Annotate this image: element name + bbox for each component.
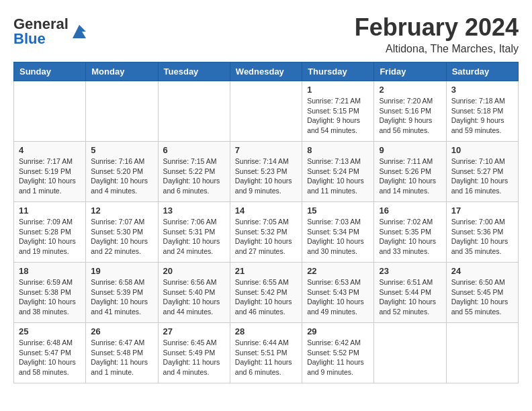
calendar-week-row: 11Sunrise: 7:09 AM Sunset: 5:28 PM Dayli… [14,202,519,263]
calendar-day-cell: 22Sunrise: 6:53 AM Sunset: 5:43 PM Dayli… [302,263,374,323]
title-section: February 2024 Altidona, The Marches, Ita… [355,13,519,55]
calendar-day-cell: 27Sunrise: 6:45 AM Sunset: 5:49 PM Dayli… [158,323,230,383]
day-number: 18 [19,266,81,276]
calendar-day-cell: 6Sunrise: 7:15 AM Sunset: 5:22 PM Daylig… [158,142,230,202]
day-number: 2 [379,85,441,95]
calendar-week-row: 1Sunrise: 7:21 AM Sunset: 5:15 PM Daylig… [14,81,519,142]
day-info: Sunrise: 7:14 AM Sunset: 5:23 PM Dayligh… [235,156,297,196]
day-info: Sunrise: 6:45 AM Sunset: 5:49 PM Dayligh… [163,338,225,377]
svg-marker-0 [73,25,86,38]
day-number: 29 [307,326,369,336]
day-number: 21 [235,266,297,276]
day-number: 15 [307,205,369,216]
day-info: Sunrise: 7:11 AM Sunset: 5:26 PM Dayligh… [379,156,441,196]
day-number: 11 [19,205,81,216]
day-number: 24 [451,266,513,276]
logo-icon [70,22,89,41]
day-number: 3 [451,85,513,95]
day-number: 6 [163,145,225,155]
calendar-day-cell: 21Sunrise: 6:55 AM Sunset: 5:42 PM Dayli… [230,263,302,323]
calendar-day-cell: 7Sunrise: 7:14 AM Sunset: 5:23 PM Daylig… [230,142,302,202]
page-header: General Blue February 2024 Altidona, The… [13,13,519,55]
logo: General Blue [13,17,89,46]
calendar-day-cell: 23Sunrise: 6:51 AM Sunset: 5:44 PM Dayli… [374,263,446,323]
day-info: Sunrise: 7:10 AM Sunset: 5:27 PM Dayligh… [451,156,513,196]
day-info: Sunrise: 6:47 AM Sunset: 5:48 PM Dayligh… [91,338,152,377]
calendar-day-cell [86,81,158,142]
day-number: 1 [307,85,369,95]
calendar-day-cell: 20Sunrise: 6:56 AM Sunset: 5:40 PM Dayli… [158,263,230,323]
day-info: Sunrise: 6:48 AM Sunset: 5:47 PM Dayligh… [19,338,81,377]
day-number: 22 [307,266,369,276]
day-info: Sunrise: 7:02 AM Sunset: 5:35 PM Dayligh… [379,217,441,257]
calendar-week-row: 4Sunrise: 7:17 AM Sunset: 5:19 PM Daylig… [14,142,519,202]
month-title: February 2024 [355,13,519,42]
calendar-table: SundayMondayTuesdayWednesdayThursdayFrid… [13,62,519,383]
day-number: 27 [163,326,225,336]
day-info: Sunrise: 6:50 AM Sunset: 5:45 PM Dayligh… [451,277,513,317]
location-title: Altidona, The Marches, Italy [355,43,519,55]
day-info: Sunrise: 6:53 AM Sunset: 5:43 PM Dayligh… [307,277,369,317]
day-number: 4 [19,145,81,155]
calendar-day-cell: 26Sunrise: 6:47 AM Sunset: 5:48 PM Dayli… [86,323,158,383]
day-info: Sunrise: 7:09 AM Sunset: 5:28 PM Dayligh… [19,217,81,257]
weekday-header: Wednesday [230,62,302,81]
day-info: Sunrise: 7:03 AM Sunset: 5:34 PM Dayligh… [307,217,369,257]
day-number: 14 [235,205,297,216]
calendar-day-cell: 14Sunrise: 7:05 AM Sunset: 5:32 PM Dayli… [230,202,302,263]
day-number: 23 [379,266,441,276]
weekday-header: Monday [86,62,158,81]
calendar-day-cell [14,81,86,142]
day-number: 7 [235,145,297,155]
day-info: Sunrise: 6:42 AM Sunset: 5:52 PM Dayligh… [307,338,369,377]
day-number: 5 [91,145,152,155]
weekday-header: Thursday [302,62,374,81]
calendar-day-cell [158,81,230,142]
logo-blue: Blue [13,32,69,46]
calendar-day-cell: 29Sunrise: 6:42 AM Sunset: 5:52 PM Dayli… [302,323,374,383]
calendar-day-cell: 3Sunrise: 7:18 AM Sunset: 5:18 PM Daylig… [446,81,518,142]
day-info: Sunrise: 7:18 AM Sunset: 5:18 PM Dayligh… [451,96,513,136]
day-number: 20 [163,266,225,276]
logo-text: General Blue [13,17,69,46]
calendar-day-cell [446,323,518,383]
calendar-day-cell: 1Sunrise: 7:21 AM Sunset: 5:15 PM Daylig… [302,81,374,142]
logo-general: General [13,17,69,32]
calendar-day-cell: 24Sunrise: 6:50 AM Sunset: 5:45 PM Dayli… [446,263,518,323]
day-number: 19 [91,266,152,276]
day-info: Sunrise: 6:55 AM Sunset: 5:42 PM Dayligh… [235,277,297,317]
calendar-day-cell: 8Sunrise: 7:13 AM Sunset: 5:24 PM Daylig… [302,142,374,202]
weekday-header: Friday [374,62,446,81]
day-info: Sunrise: 7:15 AM Sunset: 5:22 PM Dayligh… [163,156,225,196]
weekday-header: Saturday [446,62,518,81]
calendar-week-row: 25Sunrise: 6:48 AM Sunset: 5:47 PM Dayli… [14,323,519,383]
calendar-day-cell [374,323,446,383]
day-info: Sunrise: 6:44 AM Sunset: 5:51 PM Dayligh… [235,338,297,377]
day-info: Sunrise: 7:00 AM Sunset: 5:36 PM Dayligh… [451,217,513,257]
day-number: 16 [379,205,441,216]
weekday-header-row: SundayMondayTuesdayWednesdayThursdayFrid… [14,62,519,81]
calendar-day-cell: 13Sunrise: 7:06 AM Sunset: 5:31 PM Dayli… [158,202,230,263]
day-number: 8 [307,145,369,155]
calendar-day-cell: 11Sunrise: 7:09 AM Sunset: 5:28 PM Dayli… [14,202,86,263]
day-info: Sunrise: 7:06 AM Sunset: 5:31 PM Dayligh… [163,217,225,257]
calendar-day-cell: 10Sunrise: 7:10 AM Sunset: 5:27 PM Dayli… [446,142,518,202]
calendar-day-cell: 4Sunrise: 7:17 AM Sunset: 5:19 PM Daylig… [14,142,86,202]
calendar-day-cell: 2Sunrise: 7:20 AM Sunset: 5:16 PM Daylig… [374,81,446,142]
day-info: Sunrise: 7:07 AM Sunset: 5:30 PM Dayligh… [91,217,152,257]
day-info: Sunrise: 7:17 AM Sunset: 5:19 PM Dayligh… [19,156,81,196]
calendar-day-cell: 9Sunrise: 7:11 AM Sunset: 5:26 PM Daylig… [374,142,446,202]
calendar-day-cell: 25Sunrise: 6:48 AM Sunset: 5:47 PM Dayli… [14,323,86,383]
day-number: 25 [19,326,81,336]
day-info: Sunrise: 7:13 AM Sunset: 5:24 PM Dayligh… [307,156,369,196]
calendar-day-cell: 15Sunrise: 7:03 AM Sunset: 5:34 PM Dayli… [302,202,374,263]
calendar-day-cell: 18Sunrise: 6:59 AM Sunset: 5:38 PM Dayli… [14,263,86,323]
day-number: 12 [91,205,152,216]
calendar-day-cell [230,81,302,142]
calendar-week-row: 18Sunrise: 6:59 AM Sunset: 5:38 PM Dayli… [14,263,519,323]
day-info: Sunrise: 6:51 AM Sunset: 5:44 PM Dayligh… [379,277,441,317]
day-number: 9 [379,145,441,155]
weekday-header: Tuesday [158,62,230,81]
day-info: Sunrise: 6:58 AM Sunset: 5:39 PM Dayligh… [91,277,152,317]
weekday-header: Sunday [14,62,86,81]
